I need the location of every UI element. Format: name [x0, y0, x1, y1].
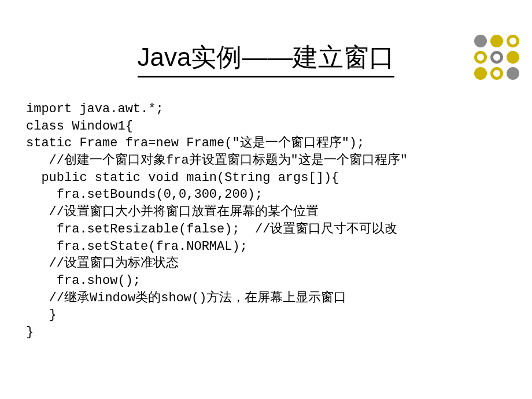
code-line: //设置窗口为标准状态: [26, 256, 179, 271]
code-line: public static void main(String args[]){: [26, 171, 339, 185]
circle-icon: [490, 35, 503, 47]
circle-icon: [474, 67, 487, 80]
code-line: fra.show();: [26, 274, 141, 288]
code-line: //创建一个窗口对象fra并设置窗口标题为"这是一个窗口程序": [26, 153, 408, 168]
code-line: fra.setBounds(0,0,300,200);: [26, 187, 263, 202]
code-line: import java.awt.*;: [26, 102, 164, 116]
slide-title: Java实例——建立窗口: [26, 40, 506, 77]
circle-icon: [507, 67, 519, 80]
circle-icon: [490, 51, 503, 64]
code-line: class Window1{: [26, 119, 133, 134]
circle-icon: [490, 67, 503, 80]
code-line: }: [26, 308, 57, 322]
code-block: import java.awt.*; class Window1{ static…: [26, 101, 506, 341]
code-line: fra.setResizable(false); //设置窗口尺寸不可以改: [26, 222, 397, 237]
code-line: }: [26, 325, 34, 339]
code-line: //继承Window类的show()方法，在屏幕上显示窗口: [26, 291, 346, 305]
circle-icon: [474, 51, 487, 64]
circle-icon: [507, 51, 519, 64]
slide-container: Java实例——建立窗口 import java.awt.*; class Wi…: [0, 0, 532, 399]
code-line: //设置窗口大小并将窗口放置在屏幕的某个位置: [26, 205, 319, 219]
circle-icon: [474, 35, 487, 47]
circle-icon: [507, 35, 519, 47]
code-line: static Frame fra=new Frame("这是一个窗口程序");: [26, 136, 364, 150]
code-line: fra.setState(fra.NORMAL);: [26, 239, 247, 254]
decoration-circles: [474, 35, 520, 81]
